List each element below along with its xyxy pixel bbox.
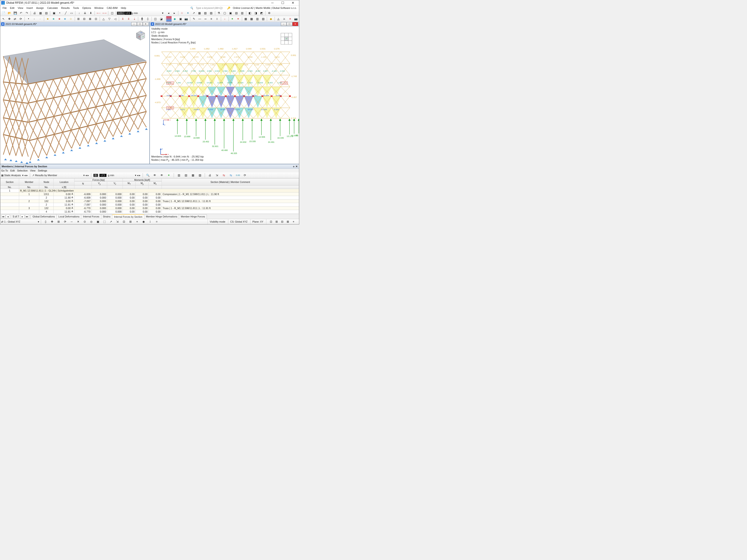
sec1-icon[interactable]: ◫	[153, 16, 158, 22]
result-tab[interactable]: Member Hinge Forces	[179, 214, 207, 219]
move-icon[interactable]: ✥	[6, 16, 12, 22]
sup2-icon[interactable]: ▽	[106, 16, 112, 22]
ld2-icon[interactable]: ⥥	[126, 16, 131, 22]
nav-cube-2[interactable]: -Y	[279, 32, 293, 46]
table-row[interactable]: 11311 0.00 ≚ -6.0090.0000.000 0.000.000.…	[0, 192, 299, 196]
panel-pin-icon[interactable]: ⟐	[293, 165, 294, 168]
vis4-icon[interactable]: ▧	[260, 16, 266, 22]
bm4-icon[interactable]: ⫴	[214, 16, 220, 22]
coord-system[interactable]: 1 - Global XYZ	[4, 220, 37, 223]
nav-cube[interactable]: -X -Y +Z	[134, 29, 147, 41]
eye-icon[interactable]: 👁	[152, 172, 158, 178]
grid4-icon[interactable]: ⊡	[93, 16, 99, 22]
s13[interactable]: ⊡	[121, 219, 127, 224]
3d-model-view[interactable]: (function(){ const svg=document.currentS…	[0, 26, 149, 164]
print2-icon[interactable]: 🖨	[207, 172, 213, 178]
t2-icon[interactable]: ┼	[145, 16, 151, 22]
analysis-type[interactable]: ▦ Static Analysis	[1, 174, 21, 177]
load-icon[interactable]: ↓	[76, 10, 82, 16]
tb-d[interactable]: ▧	[197, 172, 203, 178]
result-tab[interactable]: Local Deformations	[56, 214, 81, 219]
result2-icon[interactable]: ↗	[191, 10, 197, 16]
pmenu-view[interactable]: View	[30, 169, 35, 172]
load2-icon[interactable]: ⇊	[82, 10, 88, 16]
s4[interactable]: ⟳	[62, 219, 68, 224]
s10[interactable]: ⬚	[102, 219, 107, 224]
result-tab[interactable]: Internal Forces by Section	[112, 214, 144, 219]
solid-icon[interactable]: ◨	[253, 10, 259, 16]
result-tab[interactable]: Strains	[101, 214, 112, 219]
star5-icon[interactable]: ☆	[68, 16, 74, 22]
redo-icon[interactable]: ↷	[24, 10, 30, 16]
result-tab[interactable]: Global Deformations	[31, 214, 57, 219]
data-icon[interactable]: ▦	[37, 10, 43, 16]
axis-icon[interactable]: ✦	[166, 172, 172, 178]
box4-icon[interactable]: ▥	[239, 10, 245, 16]
tb-a[interactable]: ▥	[176, 172, 182, 178]
del2-icon[interactable]: ⚔	[282, 16, 287, 22]
grid1-icon[interactable]: ⊞	[76, 16, 81, 22]
s5[interactable]: ↔	[69, 219, 75, 224]
results-table[interactable]: Section Member Node Location Forces [kip…	[0, 178, 299, 214]
menu-insert[interactable]: Insert	[25, 6, 34, 10]
vp-minimize[interactable]: ─	[281, 22, 286, 26]
sec2-icon[interactable]: ◪	[158, 16, 164, 22]
pt1-icon[interactable]: •	[26, 16, 31, 22]
col1-icon[interactable]	[166, 16, 172, 22]
col3-icon[interactable]: ▣	[178, 16, 183, 22]
menu-calculate[interactable]: Calculate	[46, 6, 59, 10]
menu-edit[interactable]: Edit	[9, 6, 16, 10]
snap3[interactable]: ⊟	[279, 219, 285, 224]
star1-icon[interactable]: ★	[45, 16, 51, 22]
tab-next[interactable]: ▸	[20, 215, 25, 218]
pt2-icon[interactable]: ◦	[31, 16, 37, 22]
star4-icon[interactable]: ★	[62, 16, 68, 22]
open-icon[interactable]: 📂	[6, 10, 12, 16]
menu-tools[interactable]: Tools	[72, 6, 80, 10]
panel-close-icon[interactable]: ✕	[295, 165, 298, 168]
bm1-icon[interactable]: —	[197, 16, 203, 22]
ax1-icon[interactable]: ✦	[230, 16, 235, 22]
new-icon[interactable]: 📄	[1, 10, 6, 16]
vp-close[interactable]: ✕	[292, 22, 298, 26]
lc-next-icon[interactable]: ▸	[172, 10, 177, 16]
clr-icon[interactable]: ⇆	[221, 172, 227, 178]
wire-icon[interactable]: ◩	[259, 10, 264, 16]
load3-icon[interactable]: ⬇	[88, 10, 94, 16]
view-icon[interactable]: ◫	[109, 10, 115, 16]
col2-icon[interactable]: ◆	[172, 16, 177, 22]
bm2-icon[interactable]: ═	[203, 16, 208, 22]
s17[interactable]: ⟟	[147, 219, 153, 224]
model-icon[interactable]: ▣	[51, 10, 57, 16]
s15[interactable]: ⌖	[134, 219, 140, 224]
pmenu-selection[interactable]: Selection	[17, 169, 28, 172]
dim2-icon[interactable]: ⟷	[102, 10, 107, 16]
zoom-icon[interactable]: 🔍	[145, 172, 151, 178]
menu-cad-bim[interactable]: CAD-BIM	[105, 6, 119, 10]
s18[interactable]: ⌗	[154, 219, 159, 224]
iso2-icon[interactable]: ▧	[203, 10, 208, 16]
t1-icon[interactable]: ╋	[139, 16, 145, 22]
star3-icon[interactable]: ★	[56, 16, 62, 22]
box3-icon[interactable]: ▤	[234, 10, 239, 16]
vp-close[interactable]: ✕	[143, 22, 149, 26]
rotate-icon[interactable]: ⟳	[18, 16, 24, 22]
close-button[interactable]: ✕	[288, 0, 298, 5]
lc-prev-icon[interactable]: ◂	[166, 10, 171, 16]
cam-icon[interactable]: 📷	[183, 16, 189, 22]
s11[interactable]: ↗	[108, 219, 114, 224]
mirror-icon[interactable]: ⇄	[12, 16, 18, 22]
menu-options[interactable]: Options	[81, 6, 93, 10]
result-tab[interactable]: Member Hinge Deformations	[144, 214, 179, 219]
table-row[interactable]: 2132 0.00 ≚ -7.0970.0000.000 0.000.000.0…	[0, 199, 299, 203]
ld3-icon[interactable]: ⇣	[132, 16, 137, 22]
surface-icon[interactable]: ▭	[69, 10, 74, 16]
num-icon[interactable]: 0.00	[235, 172, 241, 178]
export-icon[interactable]: ⇲	[214, 172, 220, 178]
snap1[interactable]: ⊡	[268, 219, 274, 224]
s2[interactable]: ✥	[49, 219, 55, 224]
result1-icon[interactable]: ✦	[185, 10, 191, 16]
s16[interactable]: ◉	[141, 219, 146, 224]
s9[interactable]: ▣	[95, 219, 101, 224]
pmenu-edit[interactable]: Edit	[10, 169, 15, 172]
